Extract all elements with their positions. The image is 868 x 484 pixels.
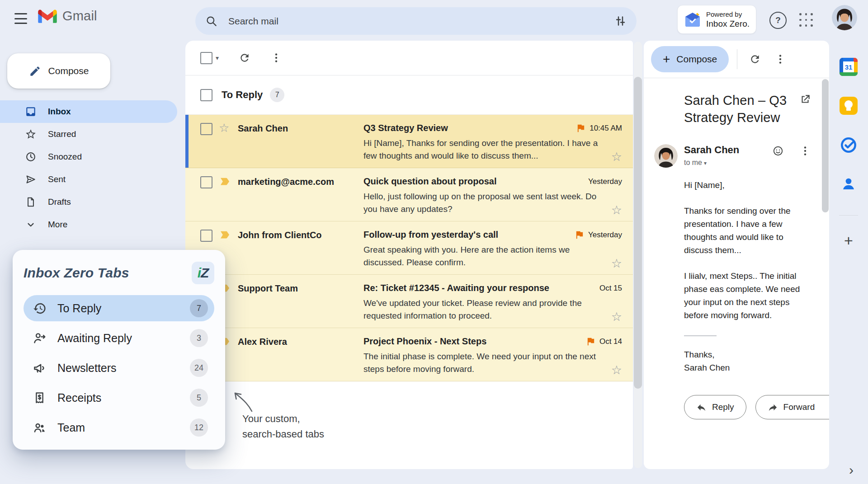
detail-more-options-icon[interactable] (774, 53, 786, 65)
inbox-zero-panel-title: Inbox Zero Tabs (24, 265, 129, 281)
section-count-badge: 7 (270, 88, 284, 102)
iz-tab-receipts[interactable]: Receipts 5 (24, 385, 214, 411)
reply-arrow-icon (696, 402, 707, 413)
email-subject: Re: Ticket #12345 - Awaiting your respon… (363, 283, 599, 293)
email-snippet: Hi [Name], Thanks for sending over the p… (363, 137, 611, 162)
annotation-text: Your custom, search-based tabs (242, 411, 324, 442)
google-keep-icon[interactable] (840, 97, 858, 115)
detail-compose-button[interactable]: + Compose (651, 46, 729, 72)
inbox-zero-logo-icon: iZ (192, 262, 214, 284)
section-title: To Reply (222, 89, 263, 101)
thread-title: Sarah Chen – Q3 Strategy Review (684, 92, 789, 126)
importance-marker-icon[interactable] (219, 229, 231, 241)
tab-count-badge: 7 (190, 299, 208, 317)
sidebar-item-more[interactable]: More (0, 213, 177, 236)
email-row-alex-rivera[interactable]: Alex Rivera Project Phoenix - Next Steps… (185, 328, 633, 381)
email-row-sarah-chen[interactable]: ☆ Sarah Chen Q3 Strategy Review 10:45 AM… (185, 115, 633, 168)
reply-actions: Reply Forward (684, 395, 818, 419)
email-sender: Support Team (238, 283, 361, 294)
detail-scrollbar-thumb[interactable] (822, 79, 829, 212)
google-apps-grid-icon[interactable] (799, 13, 814, 28)
powered-by-line1: Powered by (706, 10, 750, 19)
star-icon[interactable]: ☆ (611, 205, 622, 216)
email-sender: marketing@acme.com (238, 176, 361, 187)
open-in-new-icon[interactable] (799, 94, 811, 105)
search-bar[interactable]: Search mail (195, 7, 637, 35)
google-tasks-icon[interactable] (839, 136, 858, 155)
hamburger-menu-icon[interactable] (14, 13, 27, 24)
email-thread: Sarah Chen – Q3 Strategy Review Sarah Ch… (644, 78, 829, 419)
email-rows: ☆ Sarah Chen Q3 Strategy Review 10:45 AM… (185, 115, 633, 381)
compose-button[interactable]: Compose (7, 53, 110, 89)
star-icon[interactable]: ☆ (611, 258, 622, 269)
pencil-icon (29, 65, 41, 77)
sidebar-item-inbox[interactable]: Inbox (0, 100, 177, 123)
iz-tab-newsletters[interactable]: Newsletters 24 (24, 355, 214, 381)
star-icon[interactable]: ☆ (611, 151, 622, 162)
google-calendar-icon[interactable]: 31 (840, 58, 858, 76)
message-more-options-icon[interactable] (799, 145, 811, 157)
send-icon (25, 174, 37, 185)
signature-line-1: Thanks, (684, 348, 818, 361)
email-row-marketing-acme-com[interactable]: marketing@acme.com Quick question about … (185, 168, 633, 221)
iz-tab-awaiting-reply[interactable]: Awaiting Reply 3 (24, 325, 214, 351)
flag-icon[interactable] (574, 230, 585, 240)
email-sender: Alex Rivera (238, 336, 361, 347)
star-icon[interactable]: ☆ (611, 311, 622, 322)
email-checkbox[interactable] (200, 176, 212, 188)
people-icon (33, 421, 47, 435)
iz-tab-to-reply[interactable]: To Reply 7 (24, 295, 214, 321)
sidebar-item-starred[interactable]: Starred (0, 123, 177, 146)
section-checkbox[interactable] (200, 89, 212, 101)
inbox-icon (25, 106, 37, 117)
sidebar-item-sent[interactable]: Sent (0, 168, 177, 191)
google-contacts-icon[interactable] (840, 175, 857, 193)
email-checkbox[interactable] (200, 230, 212, 242)
email-time: Oct 14 (599, 337, 622, 346)
list-scrollbar-thumb[interactable] (634, 77, 642, 389)
recipient-dropdown[interactable]: to me▾ (684, 159, 818, 167)
rail-divider (839, 215, 858, 216)
detail-refresh-icon[interactable] (749, 53, 761, 65)
email-time: Oct 15 (599, 284, 622, 293)
sidebar-item-drafts[interactable]: Drafts (0, 191, 177, 213)
account-avatar[interactable] (832, 5, 857, 30)
email-time: Yesterday (588, 230, 622, 240)
gmail-topbar: Gmail Search mail Powered by Inbox Zero.… (0, 0, 868, 41)
list-toolbar: ▾ (185, 41, 633, 75)
refresh-icon[interactable] (239, 52, 250, 64)
inbox-zero-tab-list: To Reply 7 Awaiting Reply 3 Newsletters … (24, 295, 214, 441)
search-options-tune-icon[interactable] (614, 15, 627, 27)
add-addon-icon[interactable]: + (844, 232, 853, 249)
sidebar-item-snoozed[interactable]: Snoozed (0, 146, 177, 168)
iz-tab-team[interactable]: Team 12 (24, 414, 214, 441)
powered-by-inbox-zero-badge[interactable]: Powered by Inbox Zero. (677, 5, 756, 34)
select-all-checkbox[interactable] (200, 52, 212, 64)
importance-marker-icon[interactable] (219, 175, 231, 188)
signature-line-2: Sarah Chen (684, 361, 818, 374)
help-icon[interactable]: ? (769, 12, 787, 29)
sender-avatar[interactable] (654, 144, 678, 168)
search-icon[interactable] (205, 15, 217, 27)
collapse-side-panel-icon[interactable]: › (849, 463, 854, 477)
signature-divider (684, 335, 717, 336)
more-options-icon[interactable] (270, 52, 282, 64)
emoji-reaction-icon[interactable] (772, 145, 784, 157)
select-dropdown-caret-icon[interactable]: ▾ (216, 54, 219, 61)
flag-icon[interactable] (576, 123, 586, 133)
reply-button[interactable]: Reply (684, 395, 746, 419)
list-scrollbar[interactable] (634, 42, 642, 468)
clock-icon (25, 151, 37, 163)
star-icon[interactable]: ☆ (611, 365, 622, 376)
star-icon[interactable]: ☆ (219, 121, 229, 135)
email-checkbox[interactable] (200, 123, 212, 135)
forward-button[interactable]: Forward (755, 395, 829, 419)
flag-icon[interactable] (585, 336, 596, 347)
email-row-john-from-clientco[interactable]: John from ClientCo Follow-up from yester… (185, 221, 633, 275)
email-row-support-team[interactable]: Support Team Re: Ticket #12345 - Awaitin… (185, 275, 633, 328)
email-sender: John from ClientCo (238, 230, 361, 240)
history-icon (33, 301, 47, 315)
search-input[interactable]: Search mail (228, 16, 614, 27)
annotation-arrow (228, 387, 256, 415)
tab-count-badge: 24 (190, 359, 208, 377)
